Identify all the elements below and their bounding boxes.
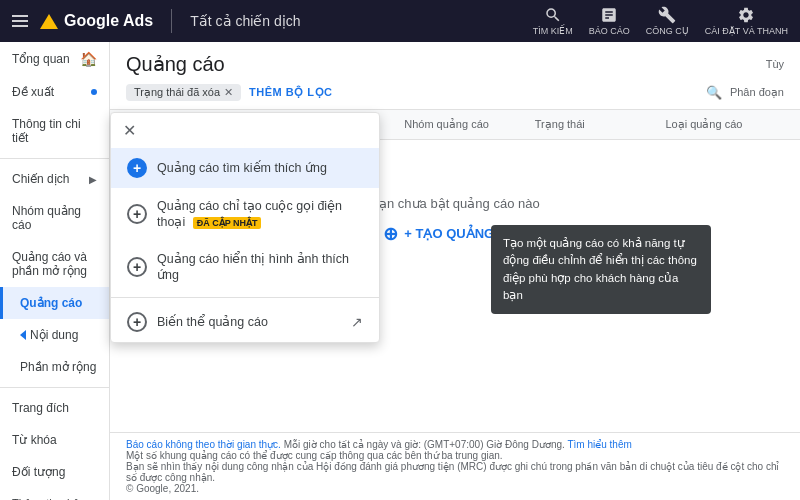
- tools-action[interactable]: CÔNG CỤ: [646, 6, 689, 36]
- dropdown-item-icon-1: +: [127, 158, 147, 178]
- dropdown-item-cuoc-goi[interactable]: + Quảng cáo chỉ tạo cuộc gọi điện thoại …: [111, 188, 379, 241]
- brand-name: Google Ads: [64, 12, 153, 30]
- share-icon: ↗: [351, 314, 363, 330]
- topbar-page-title: Tất cả chiến dịch: [190, 13, 300, 29]
- report-action[interactable]: BÁO CÁO: [589, 6, 630, 36]
- topbar-divider: [171, 9, 172, 33]
- settings-action[interactable]: CÀI ĐẶT VÀ THANH: [705, 6, 788, 36]
- dropdown-item-hien-thi[interactable]: + Quảng cáo hiển thị hình ảnh thích ứng: [111, 241, 379, 294]
- dropdown-close-button[interactable]: ✕: [111, 113, 379, 148]
- dropdown-item-bien-the[interactable]: + Biến thể quảng cáo ↗: [111, 302, 379, 342]
- topbar: Google Ads Tất cả chiến dịch TÌM KIẾM BÁ…: [0, 0, 800, 42]
- dropdown-item-icon-4: +: [127, 312, 147, 332]
- dropdown-item-tim-kiem[interactable]: + Quảng cáo tìm kiếm thích ứng: [111, 148, 379, 188]
- dropdown-item-label-3: Quảng cáo hiển thị hình ảnh thích ứng: [157, 251, 363, 284]
- dropdown-item-label-4: Biến thể quảng cáo: [157, 314, 341, 330]
- search-action[interactable]: TÌM KIẾM: [533, 6, 573, 36]
- dropdown-item-icon-2: +: [127, 204, 147, 224]
- dropdown-item-label-1: Quảng cáo tìm kiếm thích ứng: [157, 160, 363, 176]
- dropdown-item-label-2: Quảng cáo chỉ tạo cuộc gọi điện thoại ĐÃ…: [157, 198, 363, 231]
- badge-updated: ĐÃ CẬP NHẬT: [193, 217, 262, 229]
- tooltip: Tạo một quảng cáo có khả năng tự động đi…: [491, 225, 711, 314]
- hamburger-icon[interactable]: [12, 15, 28, 27]
- google-ads-triangle-icon: [40, 14, 58, 29]
- topbar-actions: TÌM KIẾM BÁO CÁO CÔNG CỤ CÀI ĐẶT VÀ THAN…: [533, 6, 788, 36]
- dropdown-menu: ✕ + Quảng cáo tìm kiếm thích ứng Tạo một…: [110, 112, 380, 343]
- dropdown-item-icon-3: +: [127, 257, 147, 277]
- brand-logo: Google Ads: [12, 12, 153, 30]
- dropdown-overlay: ✕ + Quảng cáo tìm kiếm thích ứng Tạo một…: [0, 42, 800, 500]
- dropdown-divider: [111, 297, 379, 298]
